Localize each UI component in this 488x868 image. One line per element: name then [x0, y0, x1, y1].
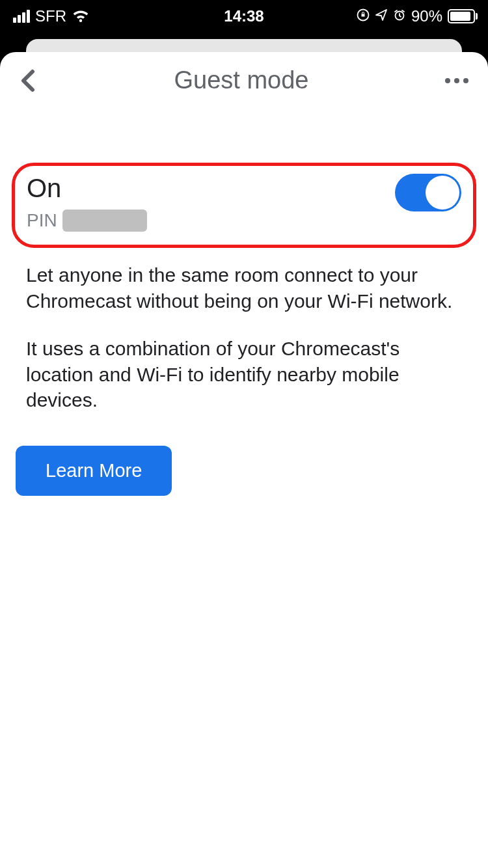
signal-icon [13, 10, 30, 23]
description-p2: It uses a combination of your Chromecast… [26, 336, 462, 413]
pin-row: PIN [27, 210, 147, 232]
clock: 14:38 [224, 7, 264, 25]
pin-value-redacted [62, 210, 147, 232]
back-button[interactable] [20, 68, 38, 94]
toggle-state-label: On [27, 174, 147, 203]
page-title: Guest mode [174, 66, 309, 94]
status-left: SFR [13, 7, 90, 25]
battery-icon [448, 9, 475, 23]
status-right: 90% [357, 7, 475, 25]
battery-pct: 90% [411, 7, 442, 25]
pin-label: PIN [27, 210, 57, 231]
orientation-lock-icon [357, 7, 370, 25]
learn-more-button[interactable]: Learn More [16, 446, 172, 496]
status-bar: SFR 14:38 90% [0, 0, 488, 33]
description: Let anyone in the same room connect to y… [12, 248, 476, 413]
guest-mode-toggle-row: On PIN [12, 163, 476, 248]
nav-bar: Guest mode [0, 52, 488, 101]
description-p1: Let anyone in the same room connect to y… [26, 262, 462, 314]
content: On PIN Let anyone in the same room conne… [0, 163, 488, 496]
carrier-label: SFR [35, 7, 66, 25]
wifi-icon [72, 9, 90, 23]
more-button[interactable] [445, 78, 468, 83]
toggle-knob [426, 176, 459, 210]
battery-fill [450, 12, 470, 21]
location-icon [375, 7, 388, 25]
alarm-icon [393, 7, 406, 25]
guest-mode-toggle[interactable] [395, 174, 461, 211]
main-sheet: Guest mode On PIN Let anyone in the same… [0, 52, 488, 868]
